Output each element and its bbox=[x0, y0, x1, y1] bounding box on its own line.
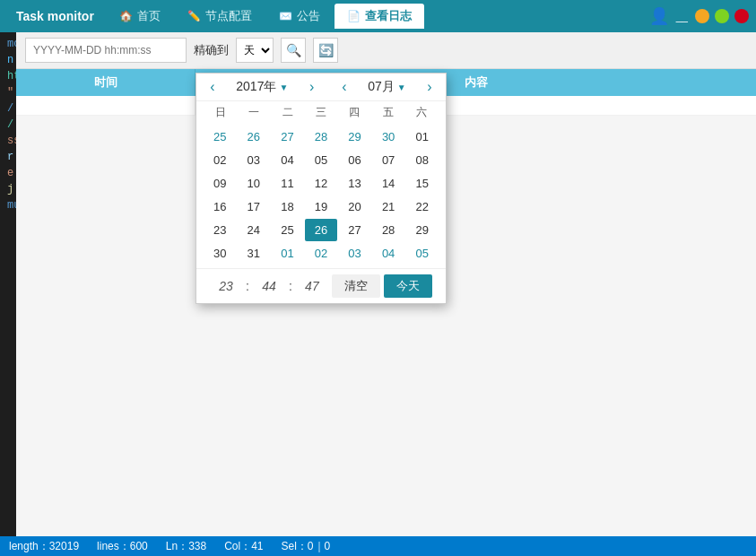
calendar-day[interactable]: 02 bbox=[204, 149, 237, 171]
calendar-day[interactable]: 30 bbox=[204, 242, 237, 265]
calendar-day[interactable]: 13 bbox=[338, 172, 371, 195]
app-window: Task monitor 🏠 首页 ✏️ 节点配置 ✉️ 公告 📄 查看日志 👤… bbox=[0, 0, 756, 556]
calendar-day[interactable]: 20 bbox=[338, 195, 371, 218]
calendar-day[interactable]: 27 bbox=[338, 219, 371, 241]
today-button[interactable]: 今天 bbox=[384, 274, 432, 298]
titlebar: Task monitor 🏠 首页 ✏️ 节点配置 ✉️ 公告 📄 查看日志 👤… bbox=[0, 0, 756, 32]
calendar-days: 2526272829300102030405060708091011121314… bbox=[204, 126, 439, 265]
tab-view-log[interactable]: 📄 查看日志 bbox=[335, 4, 424, 29]
status-ln: Ln：338 bbox=[166, 539, 206, 554]
calendar-day[interactable]: 18 bbox=[271, 195, 304, 218]
tab-node-config[interactable]: ✏️ 节点配置 bbox=[175, 4, 265, 29]
tab-home[interactable]: 🏠 首页 bbox=[107, 4, 173, 29]
weekday-sun: 日 bbox=[204, 101, 237, 124]
calendar-day[interactable]: 03 bbox=[238, 149, 271, 171]
year-dropdown-icon: ▼ bbox=[279, 83, 288, 92]
weekday-sat: 六 bbox=[405, 101, 439, 124]
tab-node-config-label: 节点配置 bbox=[205, 8, 252, 24]
calendar-day[interactable]: 25 bbox=[271, 219, 304, 241]
calendar-day[interactable]: 27 bbox=[271, 126, 304, 148]
status-lines: lines：600 bbox=[97, 539, 148, 554]
calendar-day[interactable]: 01 bbox=[271, 242, 304, 265]
clear-button[interactable]: 清空 bbox=[332, 274, 380, 298]
calendar-day[interactable]: 28 bbox=[372, 219, 405, 241]
calendar-day[interactable]: 25 bbox=[204, 126, 237, 148]
time-minute-input[interactable] bbox=[253, 279, 285, 293]
calendar-day[interactable]: 04 bbox=[372, 242, 405, 265]
nav-tabs: 🏠 首页 ✏️ 节点配置 ✉️ 公告 📄 查看日志 bbox=[107, 4, 646, 29]
calendar-day[interactable]: 19 bbox=[305, 195, 338, 218]
user-icon: 👤 bbox=[649, 6, 669, 26]
refresh-button[interactable]: 🔄 bbox=[313, 38, 338, 63]
calendar-day[interactable]: 16 bbox=[204, 195, 237, 218]
app-title: Task monitor bbox=[7, 9, 103, 23]
calendar-day[interactable]: 22 bbox=[405, 195, 439, 218]
date-input[interactable] bbox=[25, 38, 187, 63]
prev-month-arrow[interactable]: ‹ bbox=[335, 79, 353, 95]
calendar-day[interactable]: 06 bbox=[338, 149, 371, 171]
calendar-nav: ‹ 2017年 ▼ › ‹ 07月 ▼ › bbox=[196, 74, 446, 101]
time-hour-input[interactable] bbox=[210, 279, 242, 293]
precision-select[interactable]: 天 时 分 秒 bbox=[236, 38, 274, 63]
calendar-day[interactable]: 03 bbox=[338, 242, 371, 265]
calendar-day[interactable]: 24 bbox=[238, 219, 271, 241]
search-button[interactable]: 🔍 bbox=[281, 38, 306, 63]
calendar-day[interactable]: 17 bbox=[238, 195, 271, 218]
calendar-day[interactable]: 11 bbox=[271, 172, 304, 195]
status-sel: Sel：0｜0 bbox=[282, 539, 331, 554]
weekday-fri: 五 bbox=[371, 101, 404, 124]
log-row-time bbox=[16, 96, 196, 115]
doc-icon: 📄 bbox=[347, 10, 361, 22]
calendar-day[interactable]: 26 bbox=[305, 219, 338, 241]
calendar-day[interactable]: 28 bbox=[305, 126, 338, 148]
weekday-tue: 二 bbox=[271, 101, 304, 124]
calendar-day[interactable]: 29 bbox=[338, 126, 371, 148]
calendar-weekdays: 日 一 二 三 四 五 六 bbox=[204, 101, 439, 124]
tab-view-log-label: 查看日志 bbox=[365, 8, 412, 24]
calendar-day[interactable]: 08 bbox=[405, 149, 439, 171]
year-label[interactable]: 2017年 ▼ bbox=[236, 79, 288, 95]
calendar-day[interactable]: 04 bbox=[271, 149, 304, 171]
calendar-day[interactable]: 23 bbox=[204, 219, 237, 241]
prev-year-arrow[interactable]: ‹ bbox=[204, 79, 222, 95]
next-year-arrow[interactable]: › bbox=[303, 79, 321, 95]
log-toolbar: 精确到 天 时 分 秒 🔍 🔄 bbox=[16, 32, 756, 69]
tab-bulletin[interactable]: ✉️ 公告 bbox=[266, 4, 333, 29]
calendar-day[interactable]: 09 bbox=[204, 172, 237, 195]
weekday-mon: 一 bbox=[237, 101, 270, 124]
editor-area: module_title、id、operateTitle >显示信息‹/span… bbox=[0, 32, 756, 536]
year-text: 2017年 bbox=[236, 79, 276, 95]
calendar-day[interactable]: 12 bbox=[305, 172, 338, 195]
calendar-day[interactable]: 01 bbox=[405, 126, 439, 148]
calendar-day[interactable]: 29 bbox=[405, 219, 439, 241]
calendar-day[interactable]: 21 bbox=[372, 195, 405, 218]
calendar-day[interactable]: 30 bbox=[372, 126, 405, 148]
calendar-overlay: ‹ 2017年 ▼ › ‹ 07月 ▼ › 日 bbox=[196, 73, 447, 304]
close-button[interactable] bbox=[734, 9, 749, 23]
tab-home-label: 首页 bbox=[137, 8, 161, 24]
minimize-button[interactable] bbox=[695, 9, 709, 23]
header-time: 时间 bbox=[16, 69, 196, 96]
calendar-day[interactable]: 05 bbox=[305, 149, 338, 171]
calendar-day[interactable]: 07 bbox=[372, 149, 405, 171]
calendar-grid: 日 一 二 三 四 五 六 25262728293001020304050607… bbox=[196, 101, 446, 268]
calendar-day[interactable]: 02 bbox=[305, 242, 338, 265]
log-panel: 精确到 天 时 分 秒 🔍 🔄 时间 内容 bbox=[16, 32, 756, 536]
weekday-thu: 四 bbox=[338, 101, 371, 124]
statusbar: length：32019 lines：600 Ln：338 Col：41 Sel… bbox=[0, 536, 756, 556]
calendar-day[interactable]: 05 bbox=[405, 242, 439, 265]
home-icon: 🏠 bbox=[119, 10, 133, 22]
next-month-arrow[interactable]: › bbox=[421, 79, 439, 95]
maximize-button[interactable] bbox=[715, 9, 729, 23]
refresh-icon: 🔄 bbox=[318, 43, 334, 57]
calendar-day[interactable]: 26 bbox=[238, 126, 271, 148]
calendar-day[interactable]: 31 bbox=[238, 242, 271, 265]
time-sep-2: : bbox=[289, 279, 292, 293]
calendar-time-row: : : 清空 今天 bbox=[196, 268, 446, 303]
month-label[interactable]: 07月 ▼ bbox=[368, 79, 405, 95]
status-length: length：32019 bbox=[9, 539, 79, 554]
calendar-day[interactable]: 14 bbox=[372, 172, 405, 195]
calendar-day[interactable]: 10 bbox=[238, 172, 271, 195]
time-second-input[interactable] bbox=[296, 279, 328, 293]
calendar-day[interactable]: 15 bbox=[405, 172, 439, 195]
